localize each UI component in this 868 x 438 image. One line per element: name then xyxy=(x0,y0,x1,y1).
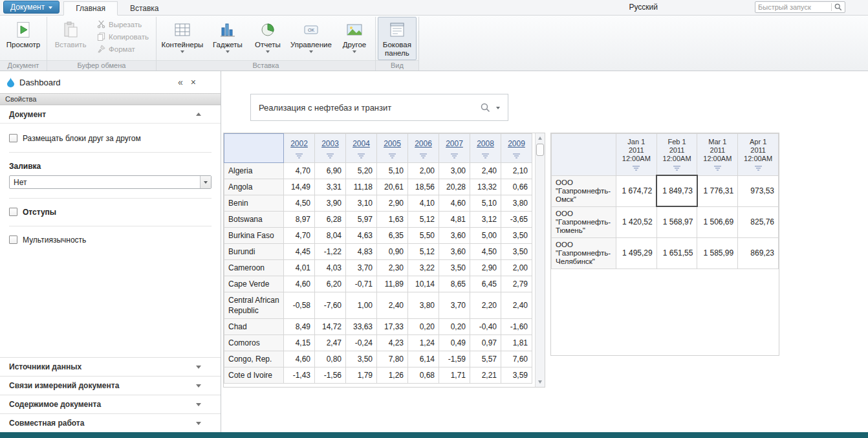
dimension-selector-combo[interactable]: Реализация с нефтебаз и транзит xyxy=(250,94,508,121)
data-cell[interactable]: 1 776,31 xyxy=(697,175,738,206)
data-cell[interactable]: 4,60 xyxy=(439,195,470,212)
data-cell[interactable]: 869,23 xyxy=(738,237,779,268)
section-collaboration[interactable]: Совместная работа xyxy=(0,413,221,432)
data-cell[interactable]: 5,10 xyxy=(470,195,501,212)
data-cell[interactable]: 1 495,29 xyxy=(616,237,656,268)
data-cell[interactable]: 2,40 xyxy=(377,292,408,319)
data-cell[interactable]: 1,24 xyxy=(408,335,439,351)
filter-icon[interactable] xyxy=(714,166,721,171)
data-cell[interactable]: 0,90 xyxy=(377,244,408,260)
checkbox-multilanguage[interactable]: Мультиязычность xyxy=(9,235,212,245)
data-cell[interactable]: 6,35 xyxy=(377,228,408,244)
data-cell[interactable]: 3,80 xyxy=(408,292,439,319)
data-cell[interactable]: 11,89 xyxy=(377,276,408,292)
data-cell[interactable]: 8,97 xyxy=(284,212,315,228)
collapse-panel-button[interactable]: « xyxy=(174,77,187,87)
data-cell[interactable]: 1,79 xyxy=(346,367,377,384)
vertical-scrollbar[interactable] xyxy=(535,133,545,387)
data-cell[interactable]: 2,47 xyxy=(315,335,346,351)
data-cell[interactable]: 7,60 xyxy=(501,351,532,367)
data-cell[interactable]: -1,56 xyxy=(315,367,346,384)
dropdown-button[interactable] xyxy=(200,176,211,188)
data-cell[interactable]: 6,45 xyxy=(470,276,501,292)
side-panel-toggle-button[interactable]: Боковая панель xyxy=(378,17,417,60)
data-cell[interactable]: 2,00 xyxy=(501,260,532,276)
column-header[interactable]: 2004 xyxy=(346,134,377,163)
data-cell[interactable]: 6,28 xyxy=(315,212,346,228)
data-cell[interactable]: 14,72 xyxy=(315,319,346,335)
filter-icon[interactable] xyxy=(755,166,762,171)
column-header[interactable]: Apr 1 2011 12:00AM xyxy=(738,134,779,176)
management-button[interactable]: OK Управление xyxy=(287,17,336,60)
data-cell[interactable]: 5,50 xyxy=(408,228,439,244)
data-cell[interactable]: 4,50 xyxy=(284,195,315,212)
data-cell[interactable]: 3,10 xyxy=(346,195,377,212)
row-header[interactable]: Benin xyxy=(224,195,284,212)
data-cell[interactable]: 5,00 xyxy=(470,228,501,244)
data-cell[interactable]: 3,50 xyxy=(501,228,532,244)
chevron-down-icon[interactable] xyxy=(496,107,500,111)
column-header[interactable]: 2007 xyxy=(439,134,470,163)
data-cell[interactable]: 4,60 xyxy=(284,276,315,292)
quick-search-input[interactable] xyxy=(755,3,831,11)
data-cell[interactable]: 20,28 xyxy=(439,179,470,195)
language-selector[interactable]: Русский xyxy=(629,3,658,12)
data-cell[interactable]: 11,18 xyxy=(346,179,377,195)
data-cell[interactable]: 1 674,72 xyxy=(616,175,656,206)
filter-icon[interactable] xyxy=(358,153,365,159)
data-cell[interactable]: 0,49 xyxy=(439,335,470,351)
data-cell[interactable]: 4,10 xyxy=(408,195,439,212)
data-cell[interactable]: 14,49 xyxy=(284,179,315,195)
data-cell[interactable]: 2,40 xyxy=(501,292,532,319)
preview-button[interactable]: Просмотр xyxy=(2,17,45,60)
data-cell[interactable]: 0,80 xyxy=(315,351,346,367)
data-cell[interactable]: 0,20 xyxy=(408,319,439,335)
data-cell[interactable]: 3,90 xyxy=(315,195,346,212)
data-cell[interactable]: -0,40 xyxy=(470,319,501,335)
data-cell[interactable]: 5,97 xyxy=(346,212,377,228)
data-cell[interactable]: 10,14 xyxy=(408,276,439,292)
column-header[interactable]: 2003 xyxy=(315,134,346,163)
data-cell[interactable]: 4,15 xyxy=(284,335,315,351)
filter-icon[interactable] xyxy=(451,153,458,159)
data-cell[interactable]: 4,81 xyxy=(439,212,470,228)
data-cell[interactable]: 2,79 xyxy=(501,276,532,292)
data-cell[interactable]: 3,31 xyxy=(315,179,346,195)
data-cell[interactable]: 3,50 xyxy=(439,260,470,276)
column-header[interactable]: Jan 1 2011 12:00AM xyxy=(616,134,656,176)
data-cell[interactable]: -3,65 xyxy=(501,212,532,228)
data-cell[interactable]: 0,20 xyxy=(439,319,470,335)
column-header[interactable]: Mar 1 2011 12:00AM xyxy=(697,134,738,176)
data-cell[interactable]: -1,60 xyxy=(501,319,532,335)
data-cell[interactable]: 6,14 xyxy=(408,351,439,367)
data-cell[interactable]: 1 568,97 xyxy=(656,206,697,237)
data-cell[interactable]: 3,50 xyxy=(501,244,532,260)
data-cell[interactable]: 8,65 xyxy=(439,276,470,292)
data-cell[interactable]: 2,90 xyxy=(470,260,501,276)
data-cell[interactable]: 4,01 xyxy=(284,260,315,276)
reports-button[interactable]: Отчеты xyxy=(249,17,287,60)
data-cell[interactable]: 5,10 xyxy=(377,163,408,179)
tab-home[interactable]: Главная xyxy=(63,1,118,16)
selected-cell[interactable]: 1 849,73 xyxy=(656,175,697,206)
row-header[interactable]: Cape Verde xyxy=(224,276,284,292)
close-panel-button[interactable]: × xyxy=(187,77,200,87)
row-header[interactable]: ООО "Газпромнефть-Омск" xyxy=(552,175,616,206)
row-header[interactable]: Burkina Faso xyxy=(224,228,284,244)
application-menu-button[interactable]: Документ xyxy=(3,1,60,14)
data-cell[interactable]: 5,12 xyxy=(408,244,439,260)
checkbox[interactable] xyxy=(9,134,17,142)
row-header[interactable]: Comoros xyxy=(224,335,284,351)
row-header[interactable]: Burundi xyxy=(224,244,284,260)
data-cell[interactable]: 3,22 xyxy=(408,260,439,276)
data-cell[interactable]: 2,30 xyxy=(377,260,408,276)
section-dimension-links[interactable]: Связи измерений документа xyxy=(0,376,221,395)
scroll-down-button[interactable] xyxy=(536,377,545,387)
column-header[interactable]: 2009 xyxy=(501,134,532,163)
scroll-thumb[interactable] xyxy=(536,144,544,156)
gadgets-button[interactable]: Гаджеты xyxy=(206,17,249,60)
data-cell[interactable]: 5,20 xyxy=(346,163,377,179)
data-cell[interactable]: -0,58 xyxy=(284,292,315,319)
corner-cell[interactable] xyxy=(552,134,616,176)
data-cell[interactable]: 8,04 xyxy=(315,228,346,244)
